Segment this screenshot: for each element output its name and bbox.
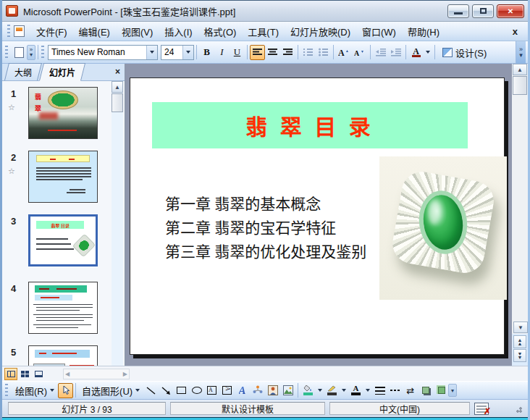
design-template-indicator[interactable]: 默认设计模板 [170, 402, 325, 415]
jade-brooch-photo[interactable] [379, 156, 507, 300]
draw-font-color-dropdown[interactable] [363, 383, 372, 398]
toolbar-grip[interactable] [5, 46, 8, 59]
close-button[interactable]: ✕ [497, 4, 524, 18]
document-icon[interactable] [14, 25, 25, 37]
rectangle-button[interactable] [174, 383, 189, 398]
vertical-text-box-button[interactable]: A [219, 383, 235, 398]
slide-sorter-view-button[interactable] [18, 368, 31, 380]
picture-button[interactable] [280, 383, 295, 398]
fill-color-dropdown[interactable] [316, 383, 324, 398]
previous-slide-button[interactable]: ▲▲ [513, 335, 526, 348]
panel-scrollbar[interactable]: ▲ [112, 81, 123, 366]
slide-canvas[interactable]: 翡 翠 目 录 第一章 翡翠的基本概念 第二章 翡翠的宝石学特征 第三章 翡翠的… [130, 77, 505, 355]
scroll-left-icon[interactable]: ◀ [65, 371, 70, 377]
tab-slides[interactable]: 幻灯片 [39, 63, 85, 81]
scroll-down-icon[interactable]: ▼ [513, 322, 528, 333]
font-size-combobox[interactable]: 24 [161, 45, 194, 60]
select-objects-button[interactable] [58, 383, 73, 398]
decrease-font-size-button[interactable]: A [352, 45, 368, 60]
menu-insert[interactable]: 插入(I) [159, 22, 198, 41]
close-pane-icon[interactable]: × [115, 67, 120, 77]
resize-grip[interactable] [513, 404, 522, 413]
chevron-down-icon[interactable] [146, 46, 157, 59]
font-color-dropdown[interactable] [424, 45, 432, 60]
slide-title-banner[interactable]: 翡 翠 目 录 [152, 102, 468, 148]
scrollbar-thumb[interactable] [112, 93, 123, 112]
line-color-dropdown[interactable] [340, 383, 348, 398]
minimize-button[interactable] [447, 4, 469, 18]
thumbnail-image[interactable] [28, 151, 98, 203]
horizontal-scrollbar[interactable]: ◀▶ [63, 369, 130, 379]
slide-design-button[interactable]: 设计(S) [437, 45, 492, 60]
toolbar-grip[interactable] [41, 46, 44, 59]
threed-style-button[interactable] [433, 383, 448, 398]
increase-font-size-button[interactable]: A [336, 45, 352, 60]
thumbnail-image[interactable]: 翡 翠 [28, 87, 98, 139]
scrollbar-thumb[interactable] [513, 76, 527, 95]
slide-toc-textbox[interactable]: 第一章 翡翠的基本概念 第二章 翡翠的宝石学特征 第三章 翡翠的优化处理及鉴别 [165, 193, 366, 264]
thumbnail-image[interactable] [28, 282, 98, 334]
oval-button[interactable] [189, 383, 204, 398]
vertical-scrollbar[interactable]: ▲ ▼ ▲▲ ▼▼ [512, 64, 528, 366]
arrow-style-button[interactable]: ⇄ [403, 383, 418, 398]
menu-tools[interactable]: 工具(T) [242, 22, 285, 41]
line-style-button[interactable] [372, 383, 387, 398]
spelling-status-icon[interactable]: ✗ [474, 403, 489, 415]
next-slide-button[interactable]: ▼▼ [513, 349, 526, 362]
menu-slideshow[interactable]: 幻灯片放映(D) [285, 22, 356, 41]
chevron-down-icon[interactable] [182, 46, 193, 59]
bullets-button[interactable] [316, 45, 331, 60]
font-color-swatch [351, 392, 361, 395]
scroll-up-icon[interactable]: ▲ [112, 81, 123, 93]
toolbar-grip[interactable] [5, 384, 8, 397]
language-indicator[interactable]: 中文(中国) [329, 402, 470, 415]
animation-star-icon[interactable]: ☆ [8, 103, 15, 112]
menu-file[interactable]: 文件(F) [30, 22, 73, 41]
restore-button[interactable] [472, 4, 494, 18]
line-button[interactable] [143, 383, 159, 398]
font-color-button[interactable]: A [408, 45, 424, 60]
increase-indent-button[interactable] [388, 45, 403, 60]
fill-color-button[interactable] [300, 383, 316, 398]
bold-button[interactable]: B [199, 45, 214, 60]
menu-help[interactable]: 帮助(H) [402, 22, 445, 41]
thumbnail-image[interactable]: 翡翠 目录 [28, 214, 98, 266]
autoshapes-menu-button[interactable]: 自选图形(U) [78, 383, 143, 398]
menu-view[interactable]: 视图(V) [116, 22, 159, 41]
normal-view-button[interactable] [4, 368, 17, 380]
toolbar-grip[interactable] [7, 25, 10, 38]
tab-outline[interactable]: 大纲 [4, 63, 42, 80]
standard-toolbar-overflow[interactable]: »▾ [27, 45, 35, 60]
arrow-button[interactable] [159, 383, 174, 398]
menu-format[interactable]: 格式(O) [198, 22, 243, 41]
toolbar-options-overflow[interactable]: »▾ [516, 41, 526, 64]
drawbar-overflow[interactable]: ▾ [448, 384, 457, 397]
menu-window[interactable]: 窗口(W) [356, 22, 402, 41]
title-bar[interactable]: Microsoft PowerPoint - [珠宝玉石鉴定培训课件.ppt] … [0, 0, 530, 22]
italic-button[interactable]: I [214, 45, 230, 60]
line-color-button[interactable] [324, 383, 340, 398]
align-center-button[interactable] [265, 45, 280, 60]
scroll-right-icon[interactable]: ▶ [123, 371, 127, 377]
diagram-button[interactable] [250, 383, 265, 398]
wordart-button[interactable]: A [235, 383, 250, 398]
scroll-up-icon[interactable]: ▲ [513, 64, 527, 75]
close-document-icon[interactable]: x [507, 26, 523, 37]
numbering-button[interactable] [300, 45, 316, 60]
new-slide-button[interactable] [12, 45, 27, 60]
underline-button[interactable]: U [230, 45, 245, 60]
draw-font-color-button[interactable]: A [348, 383, 363, 398]
align-right-button[interactable] [280, 45, 295, 60]
dash-style-button[interactable] [387, 383, 403, 398]
font-name-combobox[interactable]: Times New Roman [48, 45, 158, 60]
align-left-button[interactable] [250, 45, 265, 60]
text-box-button[interactable]: A [204, 383, 219, 398]
animation-star-icon[interactable]: ☆ [8, 167, 15, 176]
menu-edit[interactable]: 编辑(E) [73, 22, 116, 41]
decrease-indent-button[interactable] [373, 45, 388, 60]
clipart-button[interactable] [265, 383, 280, 398]
shadow-style-button[interactable] [418, 383, 433, 398]
slideshow-view-button[interactable] [32, 368, 45, 380]
draw-menu-button[interactable]: 绘图(R) [12, 383, 58, 398]
thumbnail-image[interactable] [28, 345, 98, 366]
